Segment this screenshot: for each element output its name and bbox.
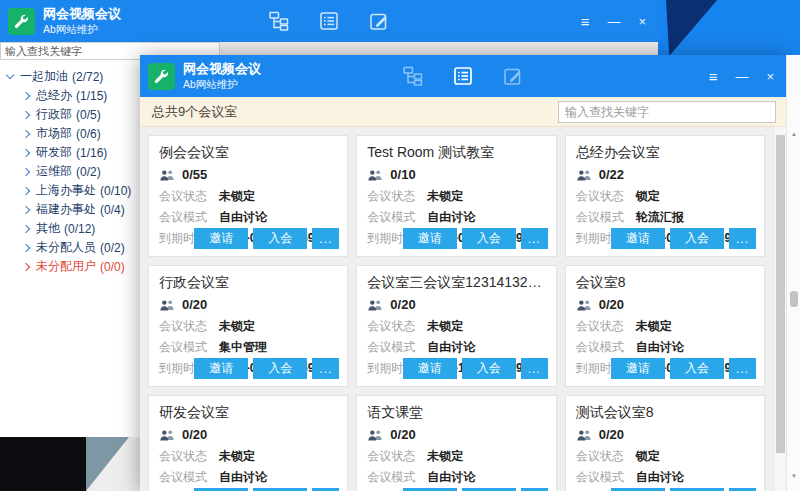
room-count-text: 总共9个会议室 — [152, 103, 237, 121]
room-name: 会议室三会议室123141324141三会议室 — [367, 274, 545, 292]
join-button[interactable]: 入会 — [253, 228, 307, 249]
tree-item-label: 运维部 — [36, 163, 72, 180]
join-button[interactable]: 入会 — [253, 358, 307, 379]
app-logo-icon — [8, 8, 35, 35]
org-chart-icon[interactable] — [268, 10, 290, 32]
room-card: 总经办会议室 0/22 — [565, 135, 765, 257]
tree-item-label: 一起加油 — [20, 68, 68, 85]
status-value: 未锁定 — [636, 319, 672, 333]
room-actions: 邀请 入会 ... — [194, 358, 339, 379]
scroll-down-icon[interactable]: ▼ — [787, 473, 800, 479]
tree-item-count: (0/12) — [64, 222, 95, 236]
mode-value: 自由讨论 — [427, 470, 475, 484]
people-icon — [576, 429, 592, 441]
mode-label: 会议模式 — [159, 209, 219, 226]
edit-icon[interactable] — [368, 10, 390, 32]
menu-button[interactable]: ≡ — [581, 14, 590, 29]
org-chart-icon[interactable] — [402, 65, 424, 87]
more-button[interactable]: ... — [521, 358, 548, 379]
tree-item-count: (1/15) — [76, 89, 107, 103]
toolbar — [402, 55, 524, 97]
status-label: 会议状态 — [159, 188, 219, 205]
invite-button[interactable]: 邀请 — [194, 228, 248, 249]
room-mode-row: 会议模式自由讨论 — [576, 469, 754, 486]
tree-item-count: (1/16) — [76, 146, 107, 160]
status-label: 会议状态 — [159, 448, 219, 465]
more-button[interactable]: ... — [729, 228, 756, 249]
tree-item-label: 市场部 — [36, 125, 72, 142]
tree-item-count: (0/5) — [76, 108, 101, 122]
invite-button[interactable]: 邀请 — [611, 358, 665, 379]
invite-button[interactable]: 邀请 — [403, 228, 457, 249]
vertical-scrollbar[interactable] — [773, 127, 786, 491]
status-label: 会议状态 — [367, 448, 427, 465]
join-button[interactable]: 入会 — [462, 358, 516, 379]
people-icon — [576, 299, 592, 311]
desktop-gray-triangle — [86, 437, 129, 491]
room-status-row: 会议状态未锁定 — [159, 318, 337, 335]
room-status-row: 会议状态未锁定 — [367, 188, 545, 205]
people-icon — [367, 169, 383, 181]
scrollbar-thumb-fragment[interactable] — [790, 291, 798, 307]
app-subtitle: Ab网站维护 — [43, 23, 121, 36]
chevron-icon — [22, 186, 30, 194]
tree-item-count: (0/6) — [76, 127, 101, 141]
minimize-button[interactable]: — — [607, 15, 620, 28]
more-button[interactable]: ... — [729, 358, 756, 379]
room-search-input[interactable] — [558, 101, 776, 123]
menu-button[interactable]: ≡ — [709, 69, 718, 84]
mode-label: 会议模式 — [576, 339, 636, 356]
app-logo-icon — [148, 63, 175, 90]
room-status-row: 会议状态锁定 — [576, 188, 754, 205]
room-status-row: 会议状态未锁定 — [159, 448, 337, 465]
scrollbar-thumb[interactable] — [776, 135, 785, 453]
room-actions: 邀请 入会 ... — [194, 228, 339, 249]
room-grid: 例会会议室 0/55 — [148, 135, 765, 491]
people-icon — [159, 429, 175, 441]
join-button[interactable]: 入会 — [670, 228, 724, 249]
people-icon — [576, 169, 592, 181]
room-list-icon[interactable] — [452, 65, 474, 87]
close-button[interactable]: × — [766, 70, 774, 83]
room-status-row: 会议状态未锁定 — [576, 318, 754, 335]
more-button[interactable]: ... — [312, 228, 339, 249]
room-status-row: 会议状态锁定 — [576, 448, 754, 465]
room-list-icon[interactable] — [318, 10, 340, 32]
window-controls: ≡ — × — [581, 0, 646, 42]
invite-button[interactable]: 邀请 — [403, 358, 457, 379]
more-button[interactable]: ... — [521, 228, 548, 249]
join-button[interactable]: 入会 — [670, 358, 724, 379]
join-button[interactable]: 入会 — [462, 228, 516, 249]
edit-icon[interactable] — [502, 65, 524, 87]
scroll-up-icon[interactable]: ▲ — [787, 131, 800, 137]
minimize-button[interactable]: — — [735, 70, 748, 83]
chevron-icon — [22, 243, 30, 251]
mode-label: 会议模式 — [367, 339, 427, 356]
room-mode-row: 会议模式自由讨论 — [367, 209, 545, 226]
room-card: 语文课堂 0/20 — [356, 395, 556, 491]
mode-label: 会议模式 — [367, 469, 427, 486]
room-count-value: 0/20 — [599, 427, 624, 442]
room-actions: 邀请 入会 ... — [403, 358, 548, 379]
invite-button[interactable]: 邀请 — [194, 358, 248, 379]
toolbar — [268, 0, 390, 42]
room-occupancy: 0/20 — [367, 297, 545, 312]
chevron-icon — [22, 205, 30, 213]
status-value: 未锁定 — [219, 189, 255, 203]
mode-value: 自由讨论 — [219, 210, 267, 224]
invite-button[interactable]: 邀请 — [611, 228, 665, 249]
tree-item-count: (0/2) — [100, 241, 125, 255]
room-occupancy: 0/10 — [367, 167, 545, 182]
more-button[interactable]: ... — [312, 358, 339, 379]
people-icon — [367, 299, 383, 311]
mode-value: 自由讨论 — [427, 340, 475, 354]
room-card: 测试会议室8 0/20 — [565, 395, 765, 491]
chevron-icon — [6, 71, 14, 79]
tree-item-label: 总经办 — [36, 87, 72, 104]
room-mode-row: 会议模式集中管理 — [159, 339, 337, 356]
room-mode-row: 会议模式自由讨论 — [159, 209, 337, 226]
close-button[interactable]: × — [638, 15, 646, 28]
status-value: 未锁定 — [427, 449, 463, 463]
mode-value: 自由讨论 — [427, 210, 475, 224]
tree-item-label: 福建办事处 — [36, 201, 96, 218]
